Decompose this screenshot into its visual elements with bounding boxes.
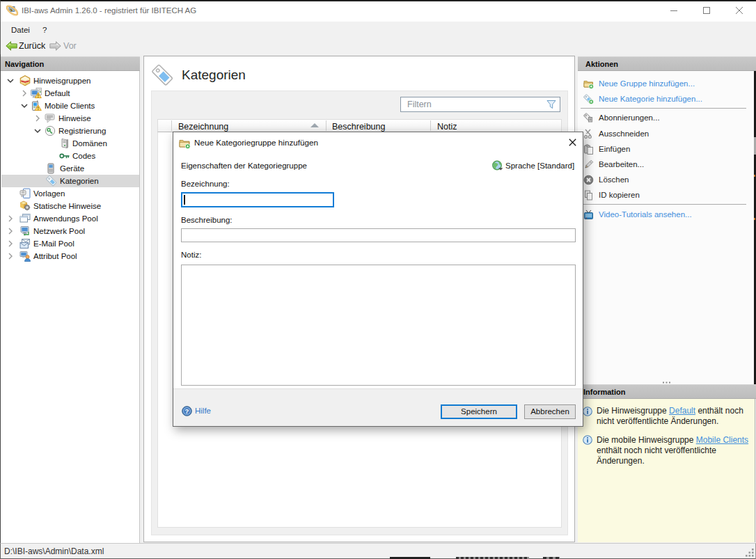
svg-text:?: ? [185, 407, 189, 415]
